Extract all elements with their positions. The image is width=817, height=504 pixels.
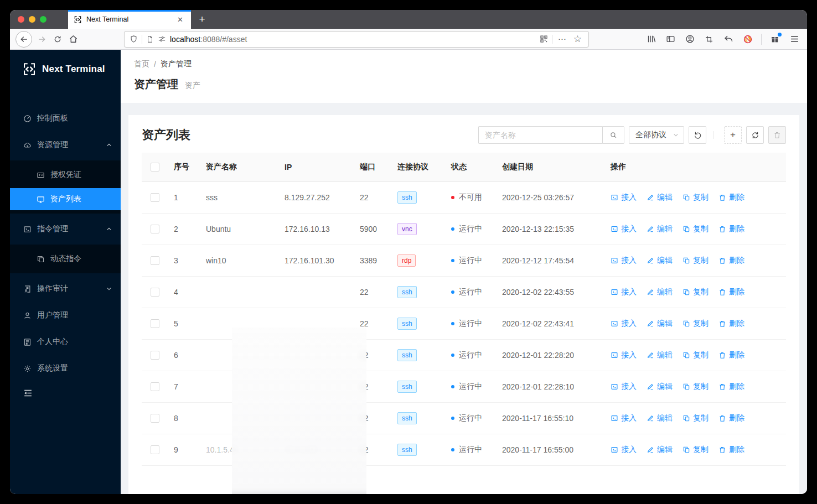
- edit-action[interactable]: 编辑: [647, 319, 673, 329]
- tab-close-icon[interactable]: ✕: [175, 14, 185, 25]
- delete-action[interactable]: 删除: [718, 287, 744, 297]
- home-icon[interactable]: [65, 32, 81, 47]
- blocked-extension-icon[interactable]: [741, 32, 755, 47]
- page-info-icon[interactable]: [146, 35, 154, 43]
- connect-action[interactable]: 接入: [611, 350, 637, 360]
- delete-action[interactable]: 删除: [718, 224, 744, 234]
- copy-action[interactable]: 复制: [682, 193, 709, 202]
- url-divider: [552, 35, 552, 44]
- delete-action[interactable]: 删除: [718, 350, 744, 360]
- url-bar[interactable]: localhost:8088/#/asset ⋯ ☆: [124, 31, 589, 48]
- select-all-checkbox[interactable]: [151, 163, 159, 172]
- row-checkbox[interactable]: [151, 351, 159, 360]
- reset-button[interactable]: [689, 126, 706, 144]
- minimize-window-button[interactable]: [29, 16, 35, 23]
- row-checkbox[interactable]: [151, 225, 159, 233]
- library-icon[interactable]: [644, 32, 658, 47]
- audit-icon: [23, 285, 32, 293]
- delete-action[interactable]: 删除: [718, 445, 744, 455]
- row-checkbox[interactable]: [151, 414, 159, 423]
- edit-action[interactable]: 编辑: [647, 256, 673, 266]
- protocol-filter-select[interactable]: 全部协议: [629, 126, 684, 144]
- copy-action[interactable]: 复制: [682, 256, 709, 266]
- menu-hamburger-icon[interactable]: [787, 32, 802, 47]
- sidebar-item-credentials[interactable]: 授权凭证: [10, 164, 121, 186]
- bookmark-star-icon[interactable]: ☆: [572, 33, 583, 45]
- connect-action[interactable]: 接入: [611, 382, 637, 392]
- cell-created-date: 2020-12-12 17:45:54: [498, 245, 606, 276]
- delete-action[interactable]: 删除: [718, 413, 744, 423]
- copy-action[interactable]: 复制: [682, 319, 709, 329]
- sidebar-item-profile[interactable]: 个人中心: [10, 331, 121, 353]
- new-tab-button[interactable]: +: [191, 10, 213, 29]
- row-checkbox[interactable]: [151, 319, 159, 328]
- edit-action[interactable]: 编辑: [647, 287, 673, 297]
- sidebar-item-dashboard[interactable]: 控制面板: [10, 107, 121, 129]
- delete-action[interactable]: 删除: [718, 193, 744, 202]
- zoom-window-button[interactable]: [40, 16, 46, 23]
- connect-action[interactable]: 接入: [611, 193, 637, 202]
- search-input[interactable]: [478, 126, 602, 144]
- connect-action[interactable]: 接入: [611, 445, 637, 455]
- sidebar-item-settings[interactable]: 系统设置: [10, 357, 121, 380]
- browser-tab[interactable]: Next Terminal ✕: [68, 10, 191, 29]
- delete-action[interactable]: 删除: [718, 256, 744, 266]
- connect-action[interactable]: 接入: [611, 224, 637, 234]
- row-checkbox[interactable]: [151, 193, 159, 202]
- cell-port: 22: [355, 434, 393, 465]
- edit-action[interactable]: 编辑: [647, 224, 673, 234]
- copy-action[interactable]: 复制: [682, 287, 709, 297]
- row-checkbox[interactable]: [151, 288, 159, 297]
- status-label: 运行中: [459, 256, 482, 266]
- sidebar-collapse[interactable]: [10, 388, 121, 398]
- close-window-button[interactable]: [18, 16, 24, 23]
- back-icon[interactable]: [15, 31, 32, 48]
- connect-action[interactable]: 接入: [611, 413, 637, 423]
- edit-action[interactable]: 编辑: [647, 445, 673, 455]
- delete-action[interactable]: 删除: [718, 382, 744, 392]
- reload-icon[interactable]: [50, 32, 65, 47]
- edit-action[interactable]: 编辑: [647, 413, 673, 423]
- undo-extension-icon[interactable]: [721, 32, 736, 47]
- copy-action[interactable]: 复制: [682, 413, 709, 423]
- shield-icon[interactable]: [130, 35, 138, 43]
- whats-new-gift-icon[interactable]: [768, 32, 782, 47]
- sidebar-item-commands[interactable]: 指令管理: [10, 218, 121, 240]
- edit-action[interactable]: 编辑: [647, 382, 673, 392]
- screenshot-crop-icon[interactable]: [702, 32, 716, 47]
- connect-action[interactable]: 接入: [611, 319, 637, 329]
- row-checkbox[interactable]: [151, 445, 159, 454]
- connect-action[interactable]: 接入: [611, 287, 637, 297]
- sidebar-item-dynamic-commands[interactable]: 动态指令: [10, 248, 121, 270]
- app-logo[interactable]: Next Terminal: [10, 50, 121, 89]
- copy-action[interactable]: 复制: [682, 382, 709, 392]
- refresh-button[interactable]: [746, 126, 764, 144]
- sidebar-item-asset-list[interactable]: 资产列表: [10, 188, 121, 210]
- copy-action[interactable]: 复制: [682, 445, 709, 455]
- row-checkbox[interactable]: [151, 256, 159, 265]
- qr-scan-icon[interactable]: [540, 35, 548, 43]
- connect-action[interactable]: 接入: [611, 256, 637, 266]
- cell-no: 2: [169, 213, 201, 245]
- sidebar-item-users[interactable]: 用户管理: [10, 304, 121, 326]
- forward-icon[interactable]: [34, 32, 50, 47]
- cell-status: 不可用: [447, 181, 498, 213]
- row-checkbox[interactable]: [151, 382, 159, 391]
- breadcrumb-home[interactable]: 首页: [134, 59, 149, 69]
- sidebar-item-resources[interactable]: 资源管理: [10, 134, 121, 156]
- add-asset-button[interactable]: +: [724, 126, 742, 144]
- col-created: 创建日期: [498, 153, 606, 181]
- edit-action[interactable]: 编辑: [647, 350, 673, 360]
- account-icon[interactable]: [682, 32, 697, 47]
- copy-action[interactable]: 复制: [682, 224, 709, 234]
- sidebar-item-audit[interactable]: 操作审计: [10, 278, 121, 300]
- permissions-icon[interactable]: [158, 35, 166, 43]
- search-icon[interactable]: [602, 126, 624, 144]
- edit-action[interactable]: 编辑: [647, 193, 673, 202]
- delete-action[interactable]: 删除: [718, 319, 744, 329]
- batch-delete-button[interactable]: [768, 126, 786, 144]
- page-actions-icon[interactable]: ⋯: [556, 34, 568, 44]
- edit-pencil-icon: [647, 351, 654, 359]
- sidebar-toggle-icon[interactable]: [663, 32, 678, 47]
- copy-action[interactable]: 复制: [682, 350, 709, 360]
